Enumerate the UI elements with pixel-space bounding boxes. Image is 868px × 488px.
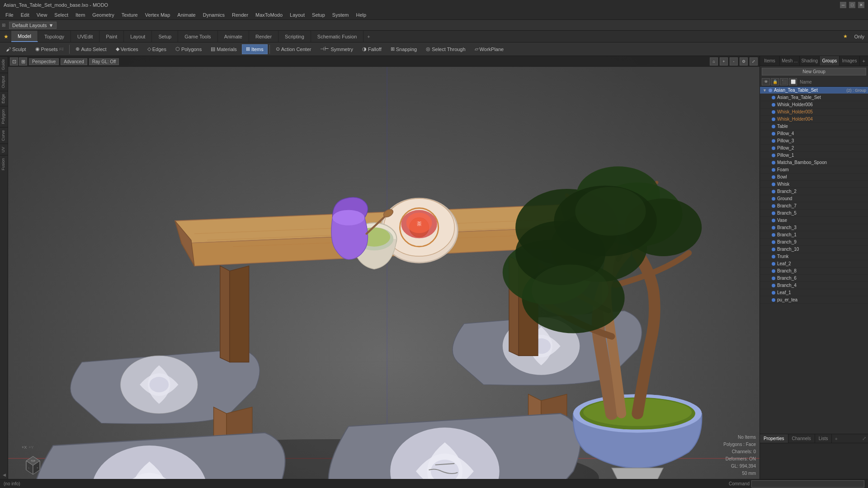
menu-edit[interactable]: Edit bbox=[17, 11, 33, 19]
scene-tree[interactable]: ▼ Asian_Tea_Table_Set (2) : Group Asian_… bbox=[760, 87, 868, 434]
menu-help[interactable]: Help bbox=[352, 11, 370, 19]
tab-images[interactable]: Images bbox=[840, 56, 859, 66]
menu-animate[interactable]: Animate bbox=[174, 11, 199, 19]
tree-item[interactable]: Pillow_3 bbox=[760, 137, 868, 145]
edges-button[interactable]: ◇ Edges bbox=[143, 44, 170, 54]
tab-uvedit[interactable]: UVEdit bbox=[71, 31, 99, 42]
tree-item[interactable]: Matcha_Bamboo_Spoon bbox=[760, 159, 868, 166]
tree-item[interactable]: Branch_1 bbox=[760, 231, 868, 239]
menu-render[interactable]: Render bbox=[228, 11, 252, 19]
left-tab-output[interactable]: Output bbox=[0, 73, 8, 91]
menu-item[interactable]: Item bbox=[72, 11, 89, 19]
menu-view[interactable]: View bbox=[33, 11, 51, 19]
tab-game-tools[interactable]: Game Tools bbox=[178, 31, 218, 42]
vp-zoom-in-icon[interactable]: + bbox=[720, 57, 728, 66]
scene-lock-btn[interactable]: 🔒 bbox=[771, 78, 779, 85]
add-tab-button[interactable]: + bbox=[363, 31, 373, 42]
left-panel-toggle[interactable]: ◀ bbox=[0, 471, 8, 479]
tree-item[interactable]: pu_er_tea bbox=[760, 296, 868, 304]
left-tab-fusion[interactable]: Fusion bbox=[0, 155, 8, 173]
tab-topology[interactable]: Topology bbox=[38, 31, 71, 42]
shading-button[interactable]: Advanced bbox=[61, 58, 87, 65]
tree-item[interactable]: Ground bbox=[760, 195, 868, 202]
workplane-button[interactable]: ▱ WorkPlane bbox=[471, 44, 508, 54]
tree-item[interactable]: Whisk_Holder004 bbox=[760, 116, 868, 123]
tree-item[interactable]: Whisk_Holder005 bbox=[760, 108, 868, 116]
tab-paint[interactable]: Paint bbox=[99, 31, 124, 42]
action-center-button[interactable]: ⊙ Action Center bbox=[272, 44, 316, 54]
menu-select[interactable]: Select bbox=[51, 11, 72, 19]
close-button[interactable]: ✕ bbox=[858, 2, 864, 8]
tree-item[interactable]: Branch_8 bbox=[760, 267, 868, 275]
tree-item[interactable]: Leaf_2 bbox=[760, 260, 868, 267]
menu-layout[interactable]: Layout bbox=[286, 11, 308, 19]
tab-groups[interactable]: Groups bbox=[820, 56, 840, 66]
tree-item[interactable]: Pillow_4 bbox=[760, 130, 868, 137]
tree-item[interactable]: Pillow_2 bbox=[760, 145, 868, 152]
maximize-button[interactable]: □ bbox=[849, 2, 855, 8]
items-button[interactable]: ⊞ Items bbox=[242, 44, 268, 54]
menu-system[interactable]: System bbox=[329, 11, 353, 19]
tree-item[interactable]: Branch_7 bbox=[760, 202, 868, 210]
left-tab-edge[interactable]: Edge bbox=[0, 91, 8, 106]
rb-tab-lists[interactable]: Lists bbox=[815, 434, 832, 443]
sculpt-button[interactable]: 🖌 Sculpt bbox=[2, 44, 30, 54]
tree-item[interactable]: Branch_6 bbox=[760, 275, 868, 282]
menu-maxtomodo[interactable]: MaxToModo bbox=[252, 11, 286, 19]
tab-render[interactable]: Render bbox=[249, 31, 278, 42]
tree-item[interactable]: Branch_10 bbox=[760, 246, 868, 253]
vp-zoom-out-icon[interactable]: - bbox=[730, 57, 738, 66]
tree-item[interactable]: Table bbox=[760, 123, 868, 130]
tab-animate[interactable]: Animate bbox=[218, 31, 249, 42]
rb-tab-properties[interactable]: Properties bbox=[760, 434, 788, 443]
menu-setup[interactable]: Setup bbox=[308, 11, 329, 19]
tab-schematic-fusion[interactable]: Schematic Fusion bbox=[311, 31, 363, 42]
viewport[interactable]: ⊡ ⊞ Perspective Advanced Ray GL: Off ⌂ +… bbox=[8, 56, 760, 479]
falloff-button[interactable]: ◑ Falloff bbox=[358, 44, 386, 54]
vp-settings-icon[interactable]: ⚙ bbox=[740, 57, 748, 66]
right-tab-add[interactable]: + bbox=[860, 56, 868, 66]
select-through-button[interactable]: ◎ Select Through bbox=[422, 44, 469, 54]
layout-dropdown[interactable]: Default Layouts ▼ bbox=[9, 22, 57, 29]
tree-item[interactable]: Leaf_1 bbox=[760, 289, 868, 296]
tree-item[interactable]: Trunk bbox=[760, 253, 868, 260]
tree-item[interactable]: Branch_2 bbox=[760, 188, 868, 195]
tree-item[interactable]: Bowl bbox=[760, 174, 868, 181]
materials-button[interactable]: ▤ Materials bbox=[207, 44, 241, 54]
left-tab-polygon[interactable]: Polygon bbox=[0, 106, 8, 127]
scene-pick-btn[interactable]: ⬜ bbox=[789, 78, 797, 85]
tree-item[interactable]: Vase bbox=[760, 217, 868, 224]
tab-shading[interactable]: Shading bbox=[800, 56, 820, 66]
tab-mesh[interactable]: Mesh ... bbox=[780, 56, 800, 66]
rb-tab-add[interactable]: + bbox=[832, 434, 840, 443]
tab-layout[interactable]: Layout bbox=[124, 31, 152, 42]
scene-render-btn[interactable]: ⬛ bbox=[780, 78, 788, 85]
tree-item[interactable]: Asian_Tea_Table_Set bbox=[760, 94, 868, 101]
tree-item[interactable]: Pillow_1 bbox=[760, 152, 868, 159]
tree-item[interactable]: Branch_5 bbox=[760, 210, 868, 217]
rb-tab-channels[interactable]: Channels bbox=[788, 434, 815, 443]
menu-dynamics[interactable]: Dynamics bbox=[199, 11, 228, 19]
viewport-nav-cube[interactable]: TOP L R bbox=[22, 452, 44, 474]
star-icon[interactable]: ★ bbox=[1, 31, 11, 42]
scene-vis-btn[interactable]: 👁 bbox=[762, 78, 770, 85]
polygons-button[interactable]: ⬡ Polygons bbox=[171, 44, 206, 54]
left-tab-curve[interactable]: Curve bbox=[0, 127, 8, 144]
tab-items[interactable]: Items bbox=[760, 56, 780, 66]
left-tab-guide[interactable]: Guide bbox=[0, 56, 8, 73]
rb-expand-btn[interactable]: ⤢ bbox=[860, 434, 868, 443]
menu-vertex-map[interactable]: Vertex Map bbox=[142, 11, 174, 19]
tab-model[interactable]: Model bbox=[11, 31, 38, 42]
minimize-button[interactable]: ─ bbox=[840, 2, 846, 8]
command-input[interactable] bbox=[751, 480, 864, 488]
auto-select-button[interactable]: ⊕ Auto Select bbox=[71, 44, 110, 54]
vp-expand-icon[interactable]: ⤢ bbox=[750, 57, 758, 66]
tree-item[interactable]: Whisk_Holder006 bbox=[760, 101, 868, 108]
vp-home-icon[interactable]: ⌂ bbox=[710, 57, 718, 66]
new-group-button[interactable]: New Group bbox=[762, 68, 866, 75]
tree-item[interactable]: Foam bbox=[760, 166, 868, 174]
menu-texture[interactable]: Texture bbox=[118, 11, 142, 19]
menu-file[interactable]: File bbox=[2, 11, 17, 19]
tree-item[interactable]: Branch_9 bbox=[760, 239, 868, 246]
vp-layout-icon[interactable]: ⊞ bbox=[19, 57, 27, 66]
